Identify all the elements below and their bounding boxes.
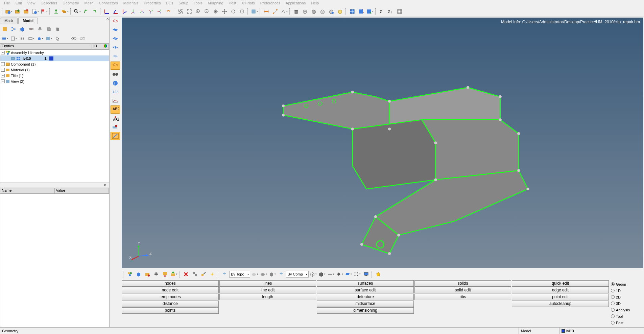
tab-mask[interactable]: Mask [0,18,18,24]
panel-midsurface[interactable]: midsurface [317,301,414,307]
bt-boxes-icon[interactable] [191,270,199,278]
radio-dot-icon[interactable] [611,282,615,286]
radio-2d[interactable]: 2D [611,294,642,300]
abc-2-icon[interactable]: ABC [111,114,120,122]
bt-line-icon[interactable] [327,270,335,278]
import-icon[interactable] [14,7,22,16]
bt-collector-icon[interactable] [126,270,134,278]
bt-down-icon[interactable] [161,270,169,278]
axis-rev3-icon[interactable] [156,7,164,16]
abc-1-icon[interactable]: ABC [111,105,120,114]
bt-cloud1-icon[interactable] [251,270,259,278]
radio-geom[interactable]: Geom [611,281,642,287]
cursor-icon[interactable] [53,34,62,43]
panel-autocleanup[interactable]: autocleanup [512,301,609,307]
radio-3d[interactable]: 3D [611,300,642,307]
zoom-in-icon[interactable] [194,7,202,16]
delete-icon[interactable] [292,7,300,16]
scale-icon[interactable] [111,132,120,140]
zoom-window-icon[interactable] [176,7,185,16]
chart-icon[interactable] [111,97,120,105]
menu-morphing[interactable]: Morphing [205,1,226,5]
menu-applications[interactable]: Applications [283,1,308,5]
flag-icon[interactable] [40,7,48,16]
menu-file[interactable]: File [1,1,13,5]
table-icon[interactable] [396,7,404,16]
filter-2-icon[interactable] [9,34,18,43]
radio-dot-icon[interactable] [611,321,615,325]
bt-dots-icon[interactable] [353,270,361,278]
bt-folder1-icon[interactable] [143,270,151,278]
axis-rev2-icon[interactable] [147,7,155,16]
zoom-icon[interactable] [73,7,81,16]
spin-center-icon[interactable] [238,7,246,16]
part-icon[interactable] [111,123,120,131]
entity-tree[interactable]: − Assembly Hierarchy lvl10 1 + Component… [0,49,109,183]
menu-bcs[interactable]: BCs [164,1,176,5]
tree-material[interactable]: + Material (1) [0,67,109,73]
axis-xz-icon[interactable] [112,7,120,16]
panel-line-edit[interactable]: line edit [219,287,316,293]
radio-post[interactable]: Post [611,319,642,326]
panel-quick-edit[interactable]: quick edit [512,280,609,287]
vis-trans-icon[interactable] [111,53,120,61]
menu-edit[interactable]: Edit [13,1,25,5]
radio-dot-icon[interactable] [611,289,615,292]
panel-lines[interactable]: lines [219,280,316,287]
filter-6-icon[interactable] [45,34,53,43]
menu-properties[interactable]: Properties [141,1,163,5]
panel-distance[interactable]: distance [122,301,219,307]
expander-icon[interactable]: + [1,74,5,77]
cube1-icon[interactable] [301,7,309,16]
measure2-icon[interactable] [271,7,279,16]
status-model[interactable]: Model [519,328,559,334]
zoom-out-icon[interactable] [203,7,211,16]
bt-sparkle-icon[interactable] [208,270,216,278]
numbers-icon[interactable]: 123 [111,88,120,96]
export-icon[interactable] [22,7,30,16]
forward-icon[interactable] [91,7,99,16]
menu-setup[interactable]: Setup [176,1,191,5]
grid3-icon[interactable] [366,7,374,16]
zoom-extents-icon[interactable] [185,7,193,16]
menu-view[interactable]: View [25,1,38,5]
filter-1-icon[interactable] [1,34,9,43]
close-panel-icon[interactable]: ✕ [106,17,109,21]
vis-shade1-icon[interactable] [111,26,120,34]
back-icon[interactable] [82,7,90,16]
cube5-icon[interactable] [336,7,344,16]
script-icon[interactable] [31,7,39,16]
tree-item-color[interactable] [49,56,53,61]
panel-surfaces[interactable]: surfaces [317,280,414,287]
sum-icon[interactable]: Σ [378,7,386,16]
panel-solid-edit[interactable]: solid edit [414,287,511,293]
tab-model[interactable]: Model [18,18,38,24]
menu-xyplots[interactable]: XYPlots [239,1,258,5]
panel-defeature[interactable]: defeature [317,294,414,300]
panel-surface-edit[interactable]: surface edit [317,287,414,293]
bt-cube2-icon[interactable] [268,270,277,278]
rotate-forward-icon[interactable] [164,7,172,16]
view-layers-icon[interactable] [36,25,44,33]
bt-box2-icon[interactable] [277,270,285,278]
radio-dot-icon[interactable] [611,314,615,318]
expander-icon[interactable]: + [1,62,5,66]
open-icon[interactable] [5,7,13,16]
binoculars-icon[interactable] [111,70,120,78]
axis-rev1-icon[interactable] [138,7,146,16]
bt-star-icon[interactable] [374,270,382,278]
menu-collectors[interactable]: Collectors [38,1,60,5]
menu-post[interactable]: Post [226,1,239,5]
menu-geometry[interactable]: Geometry [60,1,81,5]
bt-cloud2-icon[interactable] [260,270,268,278]
bt-delete-icon[interactable] [182,270,190,278]
cube2-icon[interactable] [310,7,318,16]
cube4-icon[interactable] [327,7,335,16]
bt-diamond-icon[interactable] [336,270,344,278]
property-panel[interactable] [0,194,109,327]
view-stack2-icon[interactable] [53,25,62,33]
filter-5-icon[interactable] [36,34,44,43]
panel-edge-edit[interactable]: edge edit [512,287,609,293]
panel-point-edit[interactable]: point edit [512,294,609,300]
bt-cube-icon[interactable] [135,270,143,278]
